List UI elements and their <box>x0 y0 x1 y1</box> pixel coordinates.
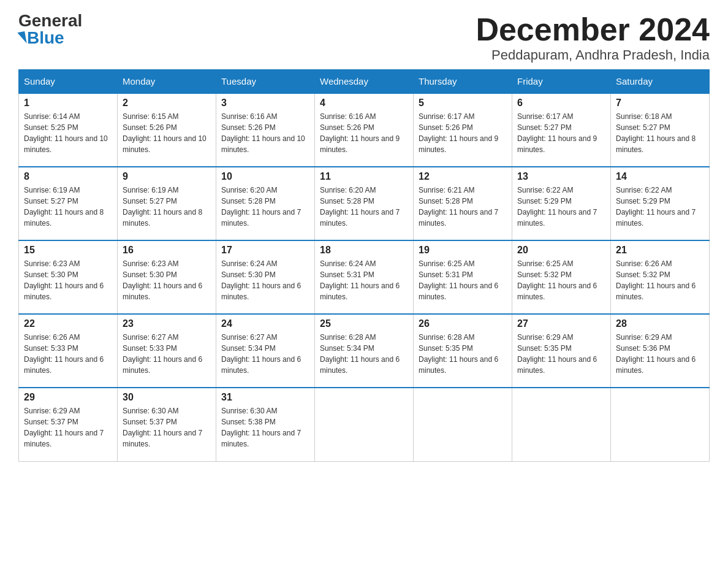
day-info: Sunrise: 6:16 AMSunset: 5:26 PMDaylight:… <box>320 112 400 154</box>
day-info: Sunrise: 6:20 AMSunset: 5:28 PMDaylight:… <box>320 186 400 228</box>
day-number: 19 <box>419 245 507 256</box>
calendar-cell: 16 Sunrise: 6:23 AMSunset: 5:30 PMDaylig… <box>118 240 216 314</box>
day-info: Sunrise: 6:28 AMSunset: 5:35 PMDaylight:… <box>419 333 498 375</box>
calendar-cell: 25 Sunrise: 6:28 AMSunset: 5:34 PMDaylig… <box>315 314 414 388</box>
calendar-header: Sunday Monday Tuesday Wednesday Thursday… <box>19 70 710 94</box>
day-info: Sunrise: 6:16 AMSunset: 5:26 PMDaylight:… <box>221 112 305 154</box>
calendar-cell: 17 Sunrise: 6:24 AMSunset: 5:30 PMDaylig… <box>216 240 315 314</box>
day-number: 2 <box>123 98 211 109</box>
calendar-cell: 15 Sunrise: 6:23 AMSunset: 5:30 PMDaylig… <box>19 240 118 314</box>
day-number: 20 <box>517 245 605 256</box>
day-info: Sunrise: 6:26 AMSunset: 5:32 PMDaylight:… <box>616 259 696 301</box>
calendar-cell: 2 Sunrise: 6:15 AMSunset: 5:26 PMDayligh… <box>118 93 216 167</box>
calendar-cell: 24 Sunrise: 6:27 AMSunset: 5:34 PMDaylig… <box>216 314 315 388</box>
calendar-cell: 11 Sunrise: 6:20 AMSunset: 5:28 PMDaylig… <box>315 167 414 240</box>
calendar-cell: 1 Sunrise: 6:14 AMSunset: 5:25 PMDayligh… <box>19 93 118 167</box>
calendar-cell: 21 Sunrise: 6:26 AMSunset: 5:32 PMDaylig… <box>611 240 710 314</box>
day-info: Sunrise: 6:27 AMSunset: 5:33 PMDaylight:… <box>123 333 202 375</box>
header-friday: Friday <box>512 70 611 94</box>
calendar-cell: 29 Sunrise: 6:29 AMSunset: 5:37 PMDaylig… <box>19 388 118 461</box>
day-info: Sunrise: 6:19 AMSunset: 5:27 PMDaylight:… <box>24 186 104 228</box>
day-number: 26 <box>419 318 507 329</box>
calendar-cell: 26 Sunrise: 6:28 AMSunset: 5:35 PMDaylig… <box>414 314 512 388</box>
header-wednesday: Wednesday <box>315 70 414 94</box>
calendar-cell: 5 Sunrise: 6:17 AMSunset: 5:26 PMDayligh… <box>414 93 512 167</box>
day-info: Sunrise: 6:23 AMSunset: 5:30 PMDaylight:… <box>123 259 202 301</box>
header-thursday: Thursday <box>414 70 512 94</box>
header-row: Sunday Monday Tuesday Wednesday Thursday… <box>19 70 710 94</box>
calendar-cell: 20 Sunrise: 6:25 AMSunset: 5:32 PMDaylig… <box>512 240 611 314</box>
day-info: Sunrise: 6:14 AMSunset: 5:25 PMDaylight:… <box>24 112 108 154</box>
calendar-title: December 2024 <box>476 12 710 47</box>
day-number: 28 <box>616 318 704 329</box>
calendar-cell: 6 Sunrise: 6:17 AMSunset: 5:27 PMDayligh… <box>512 93 611 167</box>
calendar-cell: 7 Sunrise: 6:18 AMSunset: 5:27 PMDayligh… <box>611 93 710 167</box>
day-number: 27 <box>517 318 605 329</box>
calendar-week-row: 29 Sunrise: 6:29 AMSunset: 5:37 PMDaylig… <box>19 388 710 461</box>
calendar-week-row: 15 Sunrise: 6:23 AMSunset: 5:30 PMDaylig… <box>19 240 710 314</box>
day-info: Sunrise: 6:15 AMSunset: 5:26 PMDaylight:… <box>123 112 207 154</box>
calendar-cell <box>611 388 710 461</box>
calendar-cell <box>315 388 414 461</box>
day-number: 5 <box>419 98 507 109</box>
header-saturday: Saturday <box>611 70 710 94</box>
day-number: 31 <box>221 392 309 403</box>
calendar-cell: 23 Sunrise: 6:27 AMSunset: 5:33 PMDaylig… <box>118 314 216 388</box>
day-info: Sunrise: 6:27 AMSunset: 5:34 PMDaylight:… <box>221 333 301 375</box>
header-monday: Monday <box>118 70 216 94</box>
logo: General Blue <box>18 12 82 47</box>
day-number: 18 <box>320 245 408 256</box>
title-block: December 2024 Peddapuram, Andhra Pradesh… <box>476 12 710 63</box>
day-info: Sunrise: 6:25 AMSunset: 5:31 PMDaylight:… <box>419 259 498 301</box>
day-info: Sunrise: 6:28 AMSunset: 5:34 PMDaylight:… <box>320 333 400 375</box>
calendar-cell: 10 Sunrise: 6:20 AMSunset: 5:28 PMDaylig… <box>216 167 315 240</box>
calendar-cell: 13 Sunrise: 6:22 AMSunset: 5:29 PMDaylig… <box>512 167 611 240</box>
day-number: 16 <box>123 245 211 256</box>
day-info: Sunrise: 6:30 AMSunset: 5:37 PMDaylight:… <box>123 407 202 448</box>
day-info: Sunrise: 6:17 AMSunset: 5:27 PMDaylight:… <box>517 112 597 154</box>
day-info: Sunrise: 6:30 AMSunset: 5:38 PMDaylight:… <box>221 407 301 448</box>
day-info: Sunrise: 6:21 AMSunset: 5:28 PMDaylight:… <box>419 186 498 228</box>
day-info: Sunrise: 6:23 AMSunset: 5:30 PMDaylight:… <box>24 259 104 301</box>
calendar-cell: 28 Sunrise: 6:29 AMSunset: 5:36 PMDaylig… <box>611 314 710 388</box>
day-info: Sunrise: 6:29 AMSunset: 5:37 PMDaylight:… <box>24 407 104 448</box>
calendar-cell: 12 Sunrise: 6:21 AMSunset: 5:28 PMDaylig… <box>414 167 512 240</box>
calendar-cell: 31 Sunrise: 6:30 AMSunset: 5:38 PMDaylig… <box>216 388 315 461</box>
day-number: 13 <box>517 171 605 182</box>
calendar-cell: 22 Sunrise: 6:26 AMSunset: 5:33 PMDaylig… <box>19 314 118 388</box>
calendar-cell: 19 Sunrise: 6:25 AMSunset: 5:31 PMDaylig… <box>414 240 512 314</box>
calendar-cell <box>414 388 512 461</box>
calendar-cell: 30 Sunrise: 6:30 AMSunset: 5:37 PMDaylig… <box>118 388 216 461</box>
day-number: 12 <box>419 171 507 182</box>
day-number: 21 <box>616 245 704 256</box>
day-info: Sunrise: 6:29 AMSunset: 5:36 PMDaylight:… <box>616 333 696 375</box>
calendar-week-row: 22 Sunrise: 6:26 AMSunset: 5:33 PMDaylig… <box>19 314 710 388</box>
day-number: 11 <box>320 171 408 182</box>
day-info: Sunrise: 6:22 AMSunset: 5:29 PMDaylight:… <box>517 186 597 228</box>
day-number: 6 <box>517 98 605 109</box>
day-number: 10 <box>221 171 309 182</box>
day-number: 25 <box>320 318 408 329</box>
day-info: Sunrise: 6:22 AMSunset: 5:29 PMDaylight:… <box>616 186 696 228</box>
day-number: 29 <box>24 392 112 403</box>
day-number: 14 <box>616 171 704 182</box>
day-info: Sunrise: 6:19 AMSunset: 5:27 PMDaylight:… <box>123 186 202 228</box>
calendar-week-row: 8 Sunrise: 6:19 AMSunset: 5:27 PMDayligh… <box>19 167 710 240</box>
calendar-cell: 3 Sunrise: 6:16 AMSunset: 5:26 PMDayligh… <box>216 93 315 167</box>
day-info: Sunrise: 6:17 AMSunset: 5:26 PMDaylight:… <box>419 112 498 154</box>
day-number: 4 <box>320 98 408 109</box>
day-number: 24 <box>221 318 309 329</box>
calendar-cell: 18 Sunrise: 6:24 AMSunset: 5:31 PMDaylig… <box>315 240 414 314</box>
header-tuesday: Tuesday <box>216 70 315 94</box>
logo-general-text: General <box>18 12 82 29</box>
day-number: 3 <box>221 98 309 109</box>
day-info: Sunrise: 6:24 AMSunset: 5:31 PMDaylight:… <box>320 259 400 301</box>
day-info: Sunrise: 6:24 AMSunset: 5:30 PMDaylight:… <box>221 259 301 301</box>
calendar-cell: 27 Sunrise: 6:29 AMSunset: 5:35 PMDaylig… <box>512 314 611 388</box>
day-info: Sunrise: 6:25 AMSunset: 5:32 PMDaylight:… <box>517 259 597 301</box>
calendar-table: Sunday Monday Tuesday Wednesday Thursday… <box>18 69 710 462</box>
day-info: Sunrise: 6:18 AMSunset: 5:27 PMDaylight:… <box>616 112 696 154</box>
calendar-week-row: 1 Sunrise: 6:14 AMSunset: 5:25 PMDayligh… <box>19 93 710 167</box>
calendar-cell: 9 Sunrise: 6:19 AMSunset: 5:27 PMDayligh… <box>118 167 216 240</box>
day-info: Sunrise: 6:20 AMSunset: 5:28 PMDaylight:… <box>221 186 301 228</box>
